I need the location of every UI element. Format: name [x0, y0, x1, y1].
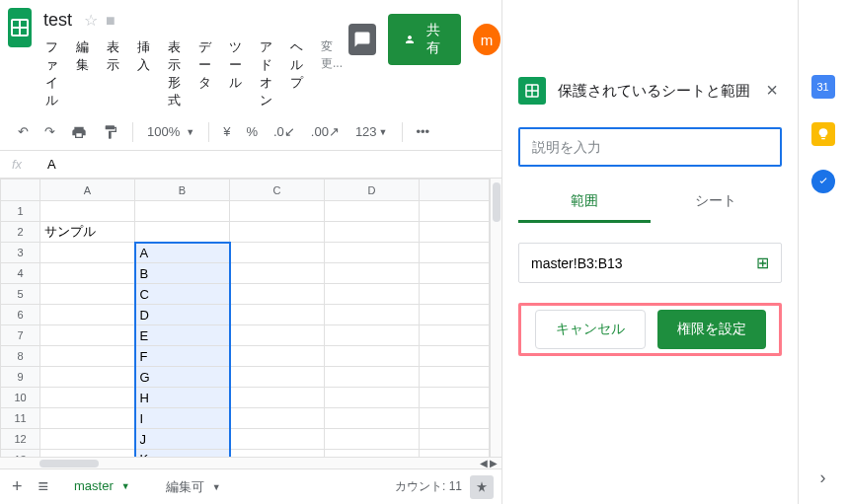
set-permissions-button[interactable]: 権限を設定	[657, 310, 766, 349]
cell[interactable]: D	[135, 305, 230, 325]
menu-item[interactable]: 編集	[70, 35, 95, 113]
column-header[interactable]: D	[325, 180, 420, 201]
cell[interactable]: G	[135, 367, 230, 388]
row-header[interactable]: 5	[1, 284, 40, 305]
row-header[interactable]: 11	[1, 408, 40, 429]
row-header[interactable]: 13	[1, 450, 40, 458]
cell[interactable]	[325, 263, 420, 284]
cell[interactable]	[40, 284, 135, 305]
percent-btn[interactable]: %	[240, 120, 264, 143]
undo-icon[interactable]: ↶	[12, 120, 35, 143]
description-input[interactable]	[518, 127, 782, 167]
cell[interactable]	[325, 201, 420, 222]
cell[interactable]	[325, 429, 420, 450]
share-button[interactable]: 共有	[388, 14, 461, 65]
row-header[interactable]: 10	[1, 388, 40, 408]
tasks-icon[interactable]	[811, 170, 835, 193]
cell[interactable]	[325, 367, 420, 388]
cell[interactable]	[325, 284, 420, 305]
zoom-select[interactable]: 100%▼	[141, 120, 200, 143]
cell[interactable]	[40, 243, 135, 263]
sheet-tab-editable[interactable]: 編集可▼	[152, 472, 235, 502]
avatar[interactable]: m	[473, 24, 500, 55]
cell[interactable]	[230, 408, 325, 429]
cell[interactable]	[230, 450, 325, 458]
row-header[interactable]: 3	[1, 243, 40, 263]
column-header[interactable]: B	[135, 180, 230, 201]
tab-range[interactable]: 範囲	[518, 182, 651, 223]
cell[interactable]: J	[135, 429, 230, 450]
cell[interactable]	[230, 346, 325, 367]
comments-button[interactable]	[348, 24, 376, 55]
explore-button[interactable]	[470, 475, 494, 499]
calendar-icon[interactable]: 31	[811, 75, 835, 99]
cell[interactable]	[40, 305, 135, 325]
cell[interactable]	[40, 367, 135, 388]
menu-item[interactable]: ツール	[223, 35, 248, 113]
column-header[interactable]: C	[230, 180, 325, 201]
paint-format-icon[interactable]	[97, 120, 124, 144]
cell[interactable]	[40, 201, 135, 222]
cell[interactable]: C	[135, 284, 230, 305]
star-icon[interactable]: ☆	[84, 11, 98, 30]
cell[interactable]: K	[135, 450, 230, 458]
dec-decimal-btn[interactable]: .0↙	[268, 120, 301, 143]
cell[interactable]	[40, 263, 135, 284]
cell[interactable]	[230, 222, 325, 243]
currency-btn[interactable]: ¥	[217, 120, 236, 143]
cell[interactable]: B	[135, 263, 230, 284]
row-header[interactable]: 2	[1, 222, 40, 243]
cell[interactable]	[40, 429, 135, 450]
cell[interactable]	[325, 305, 420, 325]
close-icon[interactable]: ×	[762, 75, 782, 106]
menu-item[interactable]: 表示	[101, 35, 125, 113]
row-header[interactable]: 6	[1, 305, 40, 325]
more-btn[interactable]: •••	[411, 120, 436, 143]
row-header[interactable]: 4	[1, 263, 40, 284]
menu-item[interactable]: 表示形式	[162, 35, 187, 113]
cell[interactable]	[325, 388, 420, 408]
cell[interactable]	[230, 201, 325, 222]
cell[interactable]	[230, 325, 325, 346]
cell[interactable]	[40, 450, 135, 458]
cell[interactable]	[230, 263, 325, 284]
cell[interactable]	[230, 243, 325, 263]
cell[interactable]	[230, 284, 325, 305]
print-icon[interactable]	[65, 120, 93, 144]
cell[interactable]	[40, 325, 135, 346]
cell[interactable]	[135, 201, 230, 222]
num-format-btn[interactable]: 123▼	[349, 120, 394, 143]
menu-item[interactable]: 挿入	[131, 35, 156, 113]
cell[interactable]	[325, 450, 420, 458]
cell[interactable]: H	[135, 388, 230, 408]
cell[interactable]	[325, 408, 420, 429]
inc-decimal-btn[interactable]: .00↗	[305, 120, 346, 143]
all-sheets-button[interactable]: ≡	[35, 472, 53, 501]
cell[interactable]	[40, 346, 135, 367]
expand-sidebar-icon[interactable]: ›	[820, 468, 826, 488]
cell[interactable]	[325, 325, 420, 346]
cell[interactable]	[325, 346, 420, 367]
row-header[interactable]: 8	[1, 346, 40, 367]
cell[interactable]: I	[135, 408, 230, 429]
menu-item[interactable]: ファイル	[39, 35, 64, 113]
keep-icon[interactable]	[811, 122, 835, 146]
redo-icon[interactable]: ↷	[38, 120, 61, 143]
row-header[interactable]: 9	[1, 367, 40, 388]
grid-select-icon[interactable]: ⊞	[756, 253, 769, 272]
vertical-scrollbar[interactable]	[490, 179, 501, 457]
doc-title[interactable]: test	[39, 8, 76, 33]
menu-item[interactable]: ヘルプ	[284, 35, 309, 113]
row-header[interactable]: 7	[1, 325, 40, 346]
menu-item[interactable]: アドオン	[254, 35, 278, 113]
column-header[interactable]: A	[40, 180, 135, 201]
formula-input[interactable]	[39, 157, 501, 172]
cell[interactable]	[135, 222, 230, 243]
range-field[interactable]: master!B3:B13 ⊞	[518, 243, 782, 283]
cell[interactable]	[325, 222, 420, 243]
tab-sheet[interactable]: シート	[651, 182, 783, 223]
row-header[interactable]: 12	[1, 429, 40, 450]
cell[interactable]	[230, 429, 325, 450]
cell[interactable]: F	[135, 346, 230, 367]
folder-icon[interactable]: ■	[106, 12, 116, 30]
